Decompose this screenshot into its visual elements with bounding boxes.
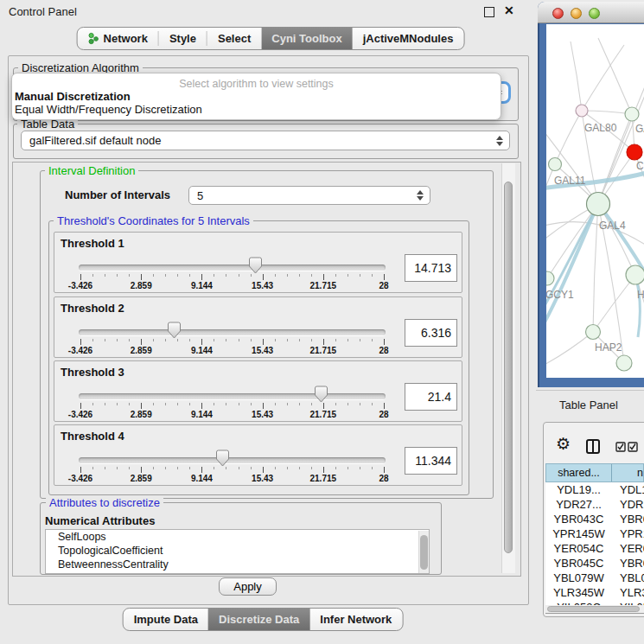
tab-jactivemnodules[interactable]: jActiveMNodules xyxy=(353,28,464,49)
network-edge xyxy=(593,275,635,332)
tick-mark xyxy=(372,274,373,277)
table-row[interactable]: YDR27...YDR27 xyxy=(545,497,644,512)
algorithm-option-manual[interactable]: Manual Discretization xyxy=(15,90,131,103)
threshold-slider-thumb[interactable] xyxy=(248,257,263,274)
minimize-traffic-light[interactable] xyxy=(571,8,582,19)
threshold-slider-track[interactable] xyxy=(79,393,386,399)
tick-mark xyxy=(251,403,252,405)
number-of-intervals-spinner[interactable]: 5 xyxy=(188,186,430,205)
threshold-slider-track[interactable] xyxy=(79,457,386,463)
zoom-traffic-light[interactable] xyxy=(589,8,600,19)
threshold-value-field[interactable]: 11.344 xyxy=(405,447,457,475)
checkbox-icon[interactable] xyxy=(615,442,626,452)
network-node[interactable] xyxy=(549,158,562,171)
header-cell-shared-name[interactable]: shared... xyxy=(546,464,612,481)
attributes-scrollbar[interactable] xyxy=(418,531,430,574)
network-node[interactable] xyxy=(627,144,642,160)
tick-mark xyxy=(372,467,373,469)
cell-shared-name[interactable]: YBR045C xyxy=(545,556,612,571)
tick-mark xyxy=(311,274,312,277)
checkbox-icon[interactable] xyxy=(628,442,638,452)
cell-shared-name[interactable]: YBR043C xyxy=(545,512,612,526)
attribute-item[interactable]: BetweennessCentrality xyxy=(46,558,429,571)
threshold-panel: Threshold 3 21.4 -3.4262.8599.14415.4321… xyxy=(54,360,462,422)
table-row[interactable]: YER054CYER05 xyxy=(545,541,644,556)
tab-style[interactable]: Style xyxy=(159,28,207,49)
header-cell-name[interactable]: n xyxy=(612,464,643,481)
threshold-value-field[interactable]: 21.4 xyxy=(405,383,457,411)
threshold-slider-thumb[interactable] xyxy=(167,322,182,339)
cell-name[interactable]: YLR34 xyxy=(612,585,644,600)
threshold-slider-thumb[interactable] xyxy=(314,386,328,403)
table-row[interactable]: YBL079WYBL07 xyxy=(545,571,644,585)
cell-shared-name[interactable]: YDL19... xyxy=(545,482,612,497)
tab-network[interactable]: Network xyxy=(78,28,158,49)
float-window-icon[interactable] xyxy=(484,7,494,17)
network-edge xyxy=(582,111,632,114)
tick-mark xyxy=(117,274,118,277)
apply-button[interactable]: Apply xyxy=(219,577,277,596)
cell-name[interactable]: YBR04 xyxy=(612,512,644,526)
close-traffic-light[interactable] xyxy=(552,8,564,19)
cell-name[interactable]: YDR27 xyxy=(612,497,644,512)
attribute-item[interactable]: SelfLoops xyxy=(46,530,429,544)
network-node[interactable] xyxy=(616,355,632,371)
thresholds-legend: Threshold's Coordinates for 5 Intervals xyxy=(54,214,253,227)
threshold-value-field[interactable]: 6.316 xyxy=(405,319,457,347)
cell-shared-name[interactable]: YPR145W xyxy=(545,526,612,541)
table-row[interactable]: YPR145WYPR14 xyxy=(545,526,644,541)
table-row[interactable]: YLR345WYLR34 xyxy=(545,585,644,600)
tab-label: Cyni Toolbox xyxy=(271,32,341,45)
network-node[interactable] xyxy=(576,105,588,117)
table-row[interactable]: YBR045CYBR04 xyxy=(545,556,644,571)
network-canvas[interactable]: GAL80GACGAL11GAL4GCY1HHAP2 xyxy=(546,24,644,378)
tab-cyni-toolbox[interactable]: Cyni Toolbox xyxy=(261,28,352,49)
tick-mark xyxy=(372,403,373,405)
close-icon[interactable]: ✕ xyxy=(504,3,514,17)
attribute-item[interactable]: TopologicalCoefficient xyxy=(46,544,429,558)
table-row[interactable]: YDL19...YDL19 xyxy=(545,482,644,497)
network-node[interactable] xyxy=(587,193,610,216)
cell-shared-name[interactable]: YBL079W xyxy=(545,571,612,585)
columns-icon[interactable] xyxy=(586,439,600,454)
main-vertical-scrollbar[interactable] xyxy=(501,163,515,573)
tab-impute-data[interactable]: Impute Data xyxy=(124,609,208,630)
network-node[interactable] xyxy=(586,325,601,340)
tab-infer-network[interactable]: Infer Network xyxy=(309,609,402,630)
cell-name[interactable]: YER05 xyxy=(612,541,644,556)
scrollbar-thumb[interactable] xyxy=(547,606,640,612)
cell-name[interactable]: YPR14 xyxy=(612,526,644,541)
cell-name[interactable]: YBR04 xyxy=(612,556,644,571)
tab-select[interactable]: Select xyxy=(207,28,261,49)
table-horizontal-scrollbar[interactable] xyxy=(545,605,644,613)
scrollbar-thumb[interactable] xyxy=(504,182,513,553)
node-label: GA xyxy=(635,123,644,135)
algorithm-option-equal-width[interactable]: Equal Width/Frequency Discretization xyxy=(15,103,202,116)
table-data-combo[interactable]: galFiltered.sif default node xyxy=(21,131,510,150)
tick-mark xyxy=(239,403,239,405)
tick-label: 9.144 xyxy=(191,410,213,419)
threshold-slider-thumb[interactable] xyxy=(215,450,230,467)
table-row[interactable]: YBR043CYBR04 xyxy=(545,512,644,526)
threshold-slider-track[interactable] xyxy=(79,265,386,271)
scrollbar-thumb[interactable] xyxy=(420,535,428,570)
tick-mark xyxy=(299,274,300,277)
cell-shared-name[interactable]: YDR27... xyxy=(545,497,612,512)
tick-mark xyxy=(275,339,276,341)
cell-shared-name[interactable]: YLR345W xyxy=(545,585,612,600)
network-node[interactable] xyxy=(546,271,554,285)
tick-mark xyxy=(80,339,81,345)
threshold-slider-track[interactable] xyxy=(79,329,386,335)
cell-name[interactable]: YDL19 xyxy=(612,482,644,497)
tab-discretize-data[interactable]: Discretize Data xyxy=(208,609,309,630)
threshold-value-field[interactable]: 14.713 xyxy=(405,254,457,282)
tick-mark xyxy=(153,339,154,341)
tick-mark xyxy=(153,274,154,277)
cell-name[interactable]: YBL07 xyxy=(612,571,644,585)
cell-shared-name[interactable]: YER054C xyxy=(545,541,612,556)
gear-icon[interactable]: ⚙ xyxy=(556,435,571,454)
network-node[interactable] xyxy=(625,107,639,121)
tick-mark xyxy=(335,467,336,469)
tick-label: 28 xyxy=(379,474,388,483)
network-node[interactable] xyxy=(626,265,644,284)
